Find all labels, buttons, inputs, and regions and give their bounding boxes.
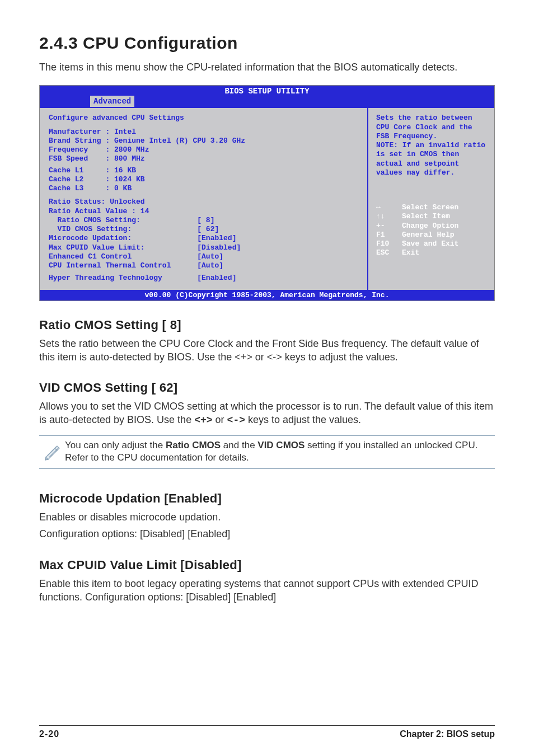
bios-cache-line: Cache L3 : 0 KB [49, 184, 358, 193]
bios-key-row: +-Change Option [376, 222, 489, 231]
page-number: 2-20 [39, 729, 59, 739]
bios-tab-advanced: Advanced [90, 96, 134, 107]
body-vid-cmos: Allows you to set the VID CMOS setting a… [39, 400, 495, 428]
bios-setting-row: CPU Internal Thermal Control [Auto] [49, 261, 358, 270]
body-ratio-cmos: Sets the ratio between the CPU Core Cloc… [39, 337, 495, 364]
bios-header: BIOS SETUP UTILITY Advanced [40, 86, 494, 108]
bios-right-panel: Sets the ratio between CPU Core Clock an… [368, 108, 494, 289]
bios-left-panel: Configure advanced CPU Settings Manufact… [40, 108, 368, 289]
bios-info-line: Frequency : 2800 MHz [49, 145, 358, 154]
bios-setting-row: Enhanced C1 Control [Auto] [49, 252, 358, 261]
pencil-icon [39, 439, 65, 464]
bios-key-row: F10Save and Exit [376, 240, 489, 248]
bios-ratio-status: Ratio Status: Unlocked [49, 198, 358, 206]
section-title: 2.4.3 CPU Configuration [39, 34, 495, 53]
bios-setting-row: Max CPUID Value Limit: [Disabled] [49, 243, 358, 252]
intro-text: The items in this menu show the CPU-rela… [39, 60, 495, 74]
text-fragment: and the [221, 440, 257, 450]
note-bold-ratio: Ratio CMOS [166, 440, 221, 450]
key-minus: <-> [227, 415, 245, 426]
bios-cache-line: Cache L1 : 16 KB [49, 166, 358, 175]
heading-microcode: Microcode Updation [Enabled] [39, 491, 495, 506]
bios-setting-row: VID CMOS Setting: [ 62] [49, 225, 358, 234]
note-bold-vid: VID CMOS [257, 440, 305, 450]
bios-key-row: F1General Help [376, 231, 489, 240]
bios-info-line: Brand String : Geniune Intel (R) CPU 3.2… [49, 137, 358, 145]
bios-copyright: v00.00 (C)Copyright 1985-2003, American … [40, 290, 494, 300]
text-fragment: keys to adjust the values. [245, 414, 361, 425]
bios-cache-line: Cache L2 : 1024 KB [49, 175, 358, 184]
page-footer: 2-20 Chapter 2: BIOS setup [39, 725, 495, 739]
bios-setting-row: Ratio CMOS Setting: [ 8] [49, 216, 358, 225]
bios-key-legend: ↔Select Screen↑↓Select Item+-Change Opti… [376, 203, 489, 258]
bios-info-line: Manufacturer : Intel [49, 128, 358, 137]
bios-key-row: ↔Select Screen [376, 203, 489, 212]
heading-ratio-cmos: Ratio CMOS Setting [ 8] [39, 318, 495, 332]
bios-config-title: Configure advanced CPU Settings [49, 114, 358, 123]
body-cpuid: Enable this item to boot legacy operatin… [39, 577, 495, 604]
body-microcode-1: Enables or disables microcode updation. [39, 510, 495, 524]
bios-setting-row: Microcode Updation: [Enabled] [49, 234, 358, 243]
body-microcode-2: Configuration options: [Disabled] [Enabl… [39, 527, 495, 541]
key-plus: <+> [194, 415, 212, 426]
chapter-title: Chapter 2: BIOS setup [400, 729, 495, 739]
text-fragment: You can only adjust the [65, 440, 166, 450]
bios-screenshot: BIOS SETUP UTILITY Advanced Configure ad… [39, 85, 495, 300]
note-block: You can only adjust the Ratio CMOS and t… [39, 435, 495, 469]
bios-help-text: Sets the ratio between CPU Core Clock an… [376, 114, 489, 177]
heading-vid-cmos: VID CMOS Setting [ 62] [39, 381, 495, 395]
bios-ratio-actual: Ratio Actual Value : 14 [49, 207, 358, 216]
note-text: You can only adjust the Ratio CMOS and t… [65, 439, 495, 464]
bios-header-title: BIOS SETUP UTILITY [224, 87, 309, 96]
heading-cpuid: Max CPUID Value Limit [Disabled] [39, 558, 495, 572]
bios-key-row: ESCExit [376, 248, 489, 257]
bios-key-row: ↑↓Select Item [376, 212, 489, 221]
text-fragment: or [213, 414, 227, 425]
bios-info-line: FSB Speed : 800 MHz [49, 154, 358, 163]
bios-setting-row: Hyper Threading Technology [Enabled] [49, 274, 358, 283]
